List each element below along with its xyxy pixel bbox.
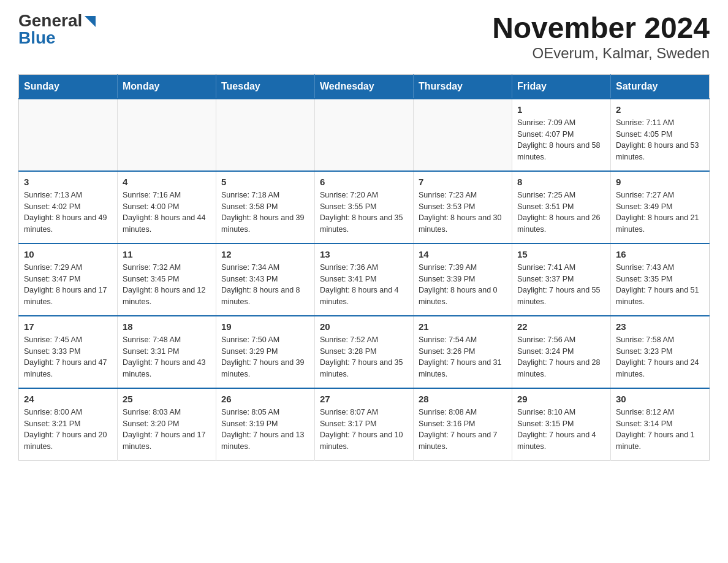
day-info: Sunrise: 7:18 AMSunset: 3:58 PMDaylight:…: [221, 190, 309, 236]
calendar-day-cell: 24Sunrise: 8:00 AMSunset: 3:21 PMDayligh…: [19, 388, 118, 461]
calendar-body: 1Sunrise: 7:09 AMSunset: 4:07 PMDaylight…: [19, 99, 710, 461]
calendar-day-cell: 17Sunrise: 7:45 AMSunset: 3:33 PMDayligh…: [19, 316, 118, 388]
day-number: 23: [616, 321, 704, 332]
calendar-day-cell: [216, 99, 315, 171]
day-number: 13: [320, 249, 408, 259]
day-of-week-header: Saturday: [611, 74, 710, 99]
day-number: 5: [221, 177, 309, 187]
day-info: Sunrise: 7:36 AMSunset: 3:41 PMDaylight:…: [320, 262, 408, 308]
day-number: 21: [419, 321, 507, 332]
calendar-day-cell: 8Sunrise: 7:25 AMSunset: 3:51 PMDaylight…: [512, 171, 611, 243]
calendar-day-cell: 23Sunrise: 7:58 AMSunset: 3:23 PMDayligh…: [611, 316, 710, 388]
calendar-day-cell: 22Sunrise: 7:56 AMSunset: 3:24 PMDayligh…: [512, 316, 611, 388]
day-info: Sunrise: 8:08 AMSunset: 3:16 PMDaylight:…: [419, 407, 507, 453]
day-number: 6: [320, 177, 408, 187]
calendar-day-cell: [315, 99, 414, 171]
day-info: Sunrise: 7:56 AMSunset: 3:24 PMDaylight:…: [517, 334, 605, 380]
day-number: 28: [419, 394, 507, 404]
day-of-week-header: Wednesday: [315, 74, 414, 99]
day-number: 1: [517, 104, 605, 115]
day-info: Sunrise: 7:39 AMSunset: 3:39 PMDaylight:…: [419, 262, 507, 308]
day-number: 10: [24, 249, 112, 259]
logo-arrow-icon: [83, 15, 97, 28]
day-number: 27: [320, 394, 408, 404]
day-number: 12: [221, 249, 309, 259]
day-number: 25: [123, 394, 211, 404]
calendar-day-cell: 5Sunrise: 7:18 AMSunset: 3:58 PMDaylight…: [216, 171, 315, 243]
day-number: 26: [221, 394, 309, 404]
day-number: 9: [616, 177, 704, 187]
calendar-day-cell: [414, 99, 512, 171]
day-number: 7: [419, 177, 507, 187]
day-info: Sunrise: 7:58 AMSunset: 3:23 PMDaylight:…: [616, 334, 704, 380]
calendar-day-cell: 21Sunrise: 7:54 AMSunset: 3:26 PMDayligh…: [414, 316, 512, 388]
day-of-week-header: Tuesday: [216, 74, 315, 99]
day-info: Sunrise: 8:10 AMSunset: 3:15 PMDaylight:…: [517, 407, 605, 453]
calendar-week-row: 1Sunrise: 7:09 AMSunset: 4:07 PMDaylight…: [19, 99, 710, 171]
calendar-day-cell: 15Sunrise: 7:41 AMSunset: 3:37 PMDayligh…: [512, 243, 611, 316]
calendar-day-cell: 12Sunrise: 7:34 AMSunset: 3:43 PMDayligh…: [216, 243, 315, 316]
day-number: 17: [24, 321, 112, 332]
calendar-day-cell: 9Sunrise: 7:27 AMSunset: 3:49 PMDaylight…: [611, 171, 710, 243]
calendar-day-cell: 3Sunrise: 7:13 AMSunset: 4:02 PMDaylight…: [19, 171, 118, 243]
svg-marker-0: [85, 16, 96, 27]
calendar-day-cell: 10Sunrise: 7:29 AMSunset: 3:47 PMDayligh…: [19, 243, 118, 316]
calendar-subtitle: OEverum, Kalmar, Sweden: [492, 45, 710, 62]
day-info: Sunrise: 7:32 AMSunset: 3:45 PMDaylight:…: [123, 262, 211, 308]
calendar-day-cell: 13Sunrise: 7:36 AMSunset: 3:41 PMDayligh…: [315, 243, 414, 316]
day-of-week-header: Monday: [118, 74, 216, 99]
day-number: 18: [123, 321, 211, 332]
page-header: General Blue November 2024 OEverum, Kalm…: [18, 12, 710, 62]
day-headers-row: SundayMondayTuesdayWednesdayThursdayFrid…: [19, 74, 710, 99]
day-info: Sunrise: 8:07 AMSunset: 3:17 PMDaylight:…: [320, 407, 408, 453]
calendar-day-cell: 28Sunrise: 8:08 AMSunset: 3:16 PMDayligh…: [414, 388, 512, 461]
day-info: Sunrise: 7:48 AMSunset: 3:31 PMDaylight:…: [123, 334, 211, 380]
calendar-title: November 2024: [492, 12, 710, 45]
day-info: Sunrise: 7:13 AMSunset: 4:02 PMDaylight:…: [24, 190, 112, 236]
calendar-day-cell: 16Sunrise: 7:43 AMSunset: 3:35 PMDayligh…: [611, 243, 710, 316]
calendar-day-cell: 27Sunrise: 8:07 AMSunset: 3:17 PMDayligh…: [315, 388, 414, 461]
calendar-day-cell: [19, 99, 118, 171]
day-info: Sunrise: 7:09 AMSunset: 4:07 PMDaylight:…: [517, 117, 605, 163]
day-info: Sunrise: 7:41 AMSunset: 3:37 PMDaylight:…: [517, 262, 605, 308]
calendar-week-row: 17Sunrise: 7:45 AMSunset: 3:33 PMDayligh…: [19, 316, 710, 388]
day-info: Sunrise: 7:11 AMSunset: 4:05 PMDaylight:…: [616, 117, 704, 163]
calendar-day-cell: 30Sunrise: 8:12 AMSunset: 3:14 PMDayligh…: [611, 388, 710, 461]
calendar-day-cell: 11Sunrise: 7:32 AMSunset: 3:45 PMDayligh…: [118, 243, 216, 316]
logo-blue-text: Blue: [18, 29, 56, 47]
day-number: 14: [419, 249, 507, 259]
calendar-day-cell: 19Sunrise: 7:50 AMSunset: 3:29 PMDayligh…: [216, 316, 315, 388]
logo-general-text: General: [18, 12, 82, 29]
calendar-table: SundayMondayTuesdayWednesdayThursdayFrid…: [18, 74, 710, 461]
calendar-day-cell: 6Sunrise: 7:20 AMSunset: 3:55 PMDaylight…: [315, 171, 414, 243]
calendar-week-row: 24Sunrise: 8:00 AMSunset: 3:21 PMDayligh…: [19, 388, 710, 461]
calendar-day-cell: 18Sunrise: 7:48 AMSunset: 3:31 PMDayligh…: [118, 316, 216, 388]
day-info: Sunrise: 7:23 AMSunset: 3:53 PMDaylight:…: [419, 190, 507, 236]
calendar-day-cell: 2Sunrise: 7:11 AMSunset: 4:05 PMDaylight…: [611, 99, 710, 171]
day-number: 24: [24, 394, 112, 404]
day-info: Sunrise: 7:29 AMSunset: 3:47 PMDaylight:…: [24, 262, 112, 308]
day-info: Sunrise: 8:03 AMSunset: 3:20 PMDaylight:…: [123, 407, 211, 453]
day-number: 22: [517, 321, 605, 332]
calendar-day-cell: 1Sunrise: 7:09 AMSunset: 4:07 PMDaylight…: [512, 99, 611, 171]
calendar-day-cell: 4Sunrise: 7:16 AMSunset: 4:00 PMDaylight…: [118, 171, 216, 243]
day-info: Sunrise: 7:25 AMSunset: 3:51 PMDaylight:…: [517, 190, 605, 236]
day-number: 29: [517, 394, 605, 404]
day-info: Sunrise: 7:50 AMSunset: 3:29 PMDaylight:…: [221, 334, 309, 380]
day-number: 16: [616, 249, 704, 259]
calendar-week-row: 3Sunrise: 7:13 AMSunset: 4:02 PMDaylight…: [19, 171, 710, 243]
day-number: 19: [221, 321, 309, 332]
day-number: 4: [123, 177, 211, 187]
day-info: Sunrise: 7:54 AMSunset: 3:26 PMDaylight:…: [419, 334, 507, 380]
logo: General Blue: [18, 12, 97, 47]
day-number: 11: [123, 249, 211, 259]
calendar-header: SundayMondayTuesdayWednesdayThursdayFrid…: [19, 74, 710, 99]
day-of-week-header: Thursday: [414, 74, 512, 99]
title-block: November 2024 OEverum, Kalmar, Sweden: [492, 12, 710, 62]
day-number: 30: [616, 394, 704, 404]
day-info: Sunrise: 8:00 AMSunset: 3:21 PMDaylight:…: [24, 407, 112, 453]
day-info: Sunrise: 7:27 AMSunset: 3:49 PMDaylight:…: [616, 190, 704, 236]
day-info: Sunrise: 7:16 AMSunset: 4:00 PMDaylight:…: [123, 190, 211, 236]
calendar-week-row: 10Sunrise: 7:29 AMSunset: 3:47 PMDayligh…: [19, 243, 710, 316]
calendar-day-cell: 26Sunrise: 8:05 AMSunset: 3:19 PMDayligh…: [216, 388, 315, 461]
